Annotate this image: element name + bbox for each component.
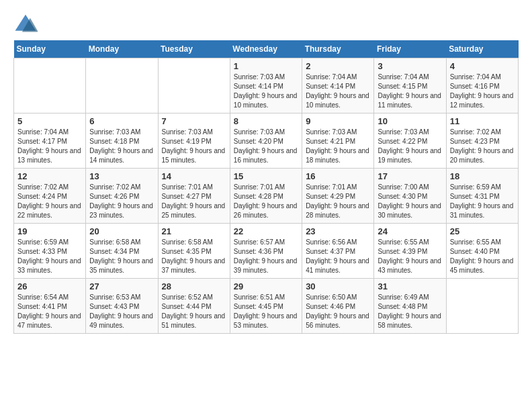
day-info: Sunrise: 7:01 AMSunset: 4:28 PMDaylight:… — [234, 183, 298, 220]
day-info: Sunrise: 7:03 AMSunset: 4:14 PMDaylight:… — [234, 73, 298, 110]
day-info: Sunrise: 7:02 AMSunset: 4:23 PMDaylight:… — [450, 128, 515, 165]
day-info: Sunrise: 6:57 AMSunset: 4:36 PMDaylight:… — [234, 238, 298, 275]
day-info: Sunrise: 6:50 AMSunset: 4:46 PMDaylight:… — [306, 293, 370, 330]
day-info: Sunrise: 6:51 AMSunset: 4:45 PMDaylight:… — [234, 293, 298, 330]
day-info: Sunrise: 6:59 AMSunset: 4:31 PMDaylight:… — [450, 183, 515, 220]
calendar-cell: 9Sunrise: 7:03 AMSunset: 4:21 PMDaylight… — [302, 113, 374, 169]
day-info: Sunrise: 6:58 AMSunset: 4:35 PMDaylight:… — [162, 238, 226, 275]
day-number: 12 — [17, 171, 82, 181]
day-number: 26 — [17, 281, 82, 291]
day-number: 15 — [234, 171, 298, 181]
calendar-cell: 27Sunrise: 6:53 AMSunset: 4:43 PMDayligh… — [86, 279, 158, 334]
calendar-cell: 17Sunrise: 7:00 AMSunset: 4:30 PMDayligh… — [374, 169, 446, 224]
day-info: Sunrise: 6:56 AMSunset: 4:37 PMDaylight:… — [306, 238, 370, 275]
calendar-cell: 26Sunrise: 6:54 AMSunset: 4:41 PMDayligh… — [14, 279, 86, 334]
day-info: Sunrise: 7:00 AMSunset: 4:30 PMDaylight:… — [378, 183, 442, 220]
day-number: 18 — [450, 171, 515, 181]
day-info: Sunrise: 7:04 AMSunset: 4:16 PMDaylight:… — [450, 73, 515, 110]
header-thursday: Thursday — [302, 40, 374, 58]
logo-icon — [13, 13, 38, 34]
header-tuesday: Tuesday — [158, 40, 230, 58]
calendar-cell: 13Sunrise: 7:02 AMSunset: 4:26 PMDayligh… — [86, 169, 158, 224]
calendar-cell: 7Sunrise: 7:03 AMSunset: 4:19 PMDaylight… — [158, 113, 230, 169]
day-number: 19 — [17, 226, 82, 236]
day-info: Sunrise: 6:49 AMSunset: 4:48 PMDaylight:… — [378, 293, 442, 330]
header-friday: Friday — [374, 40, 446, 58]
calendar-week-row: 19Sunrise: 6:59 AMSunset: 4:33 PMDayligh… — [14, 224, 519, 279]
day-info: Sunrise: 7:01 AMSunset: 4:29 PMDaylight:… — [306, 183, 370, 220]
day-info: Sunrise: 7:03 AMSunset: 4:20 PMDaylight:… — [234, 128, 298, 165]
day-info: Sunrise: 7:04 AMSunset: 4:15 PMDaylight:… — [378, 73, 442, 110]
day-number: 10 — [378, 116, 442, 126]
day-number: 6 — [89, 116, 154, 126]
calendar-cell: 8Sunrise: 7:03 AMSunset: 4:20 PMDaylight… — [230, 113, 302, 169]
calendar-cell: 5Sunrise: 7:04 AMSunset: 4:17 PMDaylight… — [14, 113, 86, 169]
calendar-cell — [86, 58, 158, 113]
day-number: 27 — [89, 281, 154, 291]
day-info: Sunrise: 6:53 AMSunset: 4:43 PMDaylight:… — [89, 293, 154, 330]
calendar-cell: 11Sunrise: 7:02 AMSunset: 4:23 PMDayligh… — [446, 113, 518, 169]
calendar-cell: 24Sunrise: 6:55 AMSunset: 4:39 PMDayligh… — [374, 224, 446, 279]
day-number: 4 — [450, 61, 515, 71]
calendar-cell: 10Sunrise: 7:03 AMSunset: 4:22 PMDayligh… — [374, 113, 446, 169]
day-info: Sunrise: 7:02 AMSunset: 4:24 PMDaylight:… — [17, 183, 82, 220]
day-number: 20 — [89, 226, 154, 236]
day-number: 28 — [162, 281, 226, 291]
day-number: 24 — [378, 226, 442, 236]
calendar-cell: 12Sunrise: 7:02 AMSunset: 4:24 PMDayligh… — [14, 169, 86, 224]
day-info: Sunrise: 6:55 AMSunset: 4:39 PMDaylight:… — [378, 238, 442, 275]
day-number: 17 — [378, 171, 442, 181]
calendar-cell: 29Sunrise: 6:51 AMSunset: 4:45 PMDayligh… — [230, 279, 302, 334]
calendar-cell: 6Sunrise: 7:03 AMSunset: 4:18 PMDaylight… — [86, 113, 158, 169]
day-info: Sunrise: 7:01 AMSunset: 4:27 PMDaylight:… — [162, 183, 226, 220]
calendar-cell: 15Sunrise: 7:01 AMSunset: 4:28 PMDayligh… — [230, 169, 302, 224]
calendar-week-row: 1Sunrise: 7:03 AMSunset: 4:14 PMDaylight… — [14, 58, 519, 113]
calendar-cell: 2Sunrise: 7:04 AMSunset: 4:14 PMDaylight… — [302, 58, 374, 113]
day-number: 16 — [306, 171, 370, 181]
calendar-cell: 30Sunrise: 6:50 AMSunset: 4:46 PMDayligh… — [302, 279, 374, 334]
calendar-cell: 4Sunrise: 7:04 AMSunset: 4:16 PMDaylight… — [446, 58, 518, 113]
day-info: Sunrise: 7:04 AMSunset: 4:17 PMDaylight:… — [17, 128, 82, 165]
day-number: 7 — [162, 116, 226, 126]
day-number: 2 — [306, 61, 370, 71]
day-info: Sunrise: 6:52 AMSunset: 4:44 PMDaylight:… — [162, 293, 226, 330]
day-number: 8 — [234, 116, 298, 126]
header-monday: Monday — [86, 40, 158, 58]
header-wednesday: Wednesday — [230, 40, 302, 58]
calendar-week-row: 26Sunrise: 6:54 AMSunset: 4:41 PMDayligh… — [14, 279, 519, 334]
calendar-cell: 14Sunrise: 7:01 AMSunset: 4:27 PMDayligh… — [158, 169, 230, 224]
calendar-cell: 19Sunrise: 6:59 AMSunset: 4:33 PMDayligh… — [14, 224, 86, 279]
calendar-cell: 31Sunrise: 6:49 AMSunset: 4:48 PMDayligh… — [374, 279, 446, 334]
calendar-cell: 18Sunrise: 6:59 AMSunset: 4:31 PMDayligh… — [446, 169, 518, 224]
day-number: 22 — [234, 226, 298, 236]
day-number: 5 — [17, 116, 82, 126]
calendar-week-row: 5Sunrise: 7:04 AMSunset: 4:17 PMDaylight… — [14, 113, 519, 169]
day-info: Sunrise: 7:03 AMSunset: 4:21 PMDaylight:… — [306, 128, 370, 165]
calendar-cell: 21Sunrise: 6:58 AMSunset: 4:35 PMDayligh… — [158, 224, 230, 279]
calendar-cell: 23Sunrise: 6:56 AMSunset: 4:37 PMDayligh… — [302, 224, 374, 279]
day-info: Sunrise: 7:02 AMSunset: 4:26 PMDaylight:… — [89, 183, 154, 220]
header-sunday: Sunday — [14, 40, 86, 58]
day-info: Sunrise: 7:03 AMSunset: 4:22 PMDaylight:… — [378, 128, 442, 165]
calendar-cell: 20Sunrise: 6:58 AMSunset: 4:34 PMDayligh… — [86, 224, 158, 279]
day-number: 14 — [162, 171, 226, 181]
day-number: 11 — [450, 116, 515, 126]
day-number: 21 — [162, 226, 226, 236]
day-number: 29 — [234, 281, 298, 291]
calendar-cell: 16Sunrise: 7:01 AMSunset: 4:29 PMDayligh… — [302, 169, 374, 224]
day-info: Sunrise: 7:04 AMSunset: 4:14 PMDaylight:… — [306, 73, 370, 110]
day-number: 3 — [378, 61, 442, 71]
logo — [13, 13, 40, 34]
day-info: Sunrise: 6:54 AMSunset: 4:41 PMDaylight:… — [17, 293, 82, 330]
calendar-cell — [14, 58, 86, 113]
calendar-cell: 28Sunrise: 6:52 AMSunset: 4:44 PMDayligh… — [158, 279, 230, 334]
calendar-cell: 3Sunrise: 7:04 AMSunset: 4:15 PMDaylight… — [374, 58, 446, 113]
calendar-cell — [446, 279, 518, 334]
header-saturday: Saturday — [446, 40, 518, 58]
page-header — [13, 13, 519, 34]
day-info: Sunrise: 7:03 AMSunset: 4:19 PMDaylight:… — [162, 128, 226, 165]
calendar-cell: 25Sunrise: 6:55 AMSunset: 4:40 PMDayligh… — [446, 224, 518, 279]
day-info: Sunrise: 7:03 AMSunset: 4:18 PMDaylight:… — [89, 128, 154, 165]
calendar-week-row: 12Sunrise: 7:02 AMSunset: 4:24 PMDayligh… — [14, 169, 519, 224]
day-number: 31 — [378, 281, 442, 291]
